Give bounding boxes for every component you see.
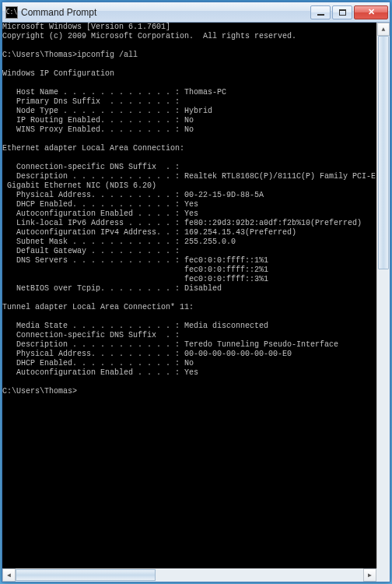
scroll-track-horizontal[interactable] bbox=[16, 568, 363, 582]
terminal-area: Microsoft Windows [Version 6.1.7601] Cop… bbox=[2, 23, 390, 582]
vertical-scrollbar[interactable]: ▲ ▼ bbox=[376, 23, 390, 582]
close-icon: ✕ bbox=[368, 7, 375, 17]
titlebar[interactable]: C:\ Command Prompt ✕ bbox=[2, 2, 390, 23]
maximize-button[interactable] bbox=[332, 5, 352, 19]
scroll-thumb-vertical[interactable] bbox=[378, 36, 389, 269]
maximize-icon bbox=[339, 9, 346, 16]
scroll-up-button[interactable]: ▲ bbox=[377, 23, 390, 36]
scroll-thumb-horizontal[interactable] bbox=[16, 569, 156, 581]
window-title: Command Prompt bbox=[21, 7, 310, 18]
terminal-output[interactable]: Microsoft Windows [Version 6.1.7601] Cop… bbox=[2, 23, 376, 582]
command-prompt-window: C:\ Command Prompt ✕ Microsoft Windows [… bbox=[2, 2, 390, 582]
scroll-track-vertical[interactable] bbox=[377, 36, 390, 568]
minimize-icon bbox=[317, 14, 324, 16]
cmd-icon: C:\ bbox=[5, 6, 18, 19]
minimize-button[interactable] bbox=[310, 5, 331, 19]
horizontal-scrollbar[interactable]: ◀ ▶ bbox=[2, 568, 376, 582]
scrollbar-corner bbox=[376, 568, 390, 582]
close-button[interactable]: ✕ bbox=[354, 5, 388, 19]
window-controls: ✕ bbox=[310, 5, 388, 19]
scroll-right-button[interactable]: ▶ bbox=[363, 568, 376, 582]
scroll-left-button[interactable]: ◀ bbox=[2, 568, 16, 582]
